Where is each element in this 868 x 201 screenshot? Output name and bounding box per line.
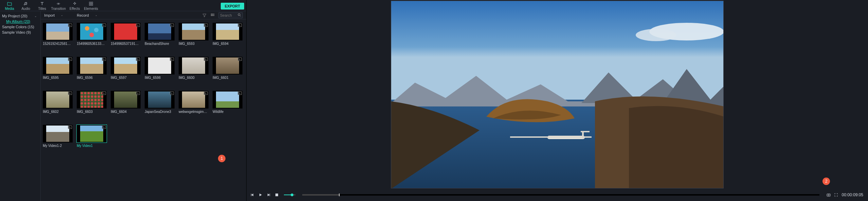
- media-thumbnail[interactable]: +: [43, 91, 73, 108]
- media-item[interactable]: +IMG_6595: [41, 57, 75, 86]
- media-thumbnail[interactable]: +: [213, 91, 242, 108]
- media-thumbnail[interactable]: +: [179, 23, 209, 40]
- prev-frame-button[interactable]: [250, 192, 255, 197]
- media-caption: IMG_6597: [109, 76, 127, 80]
- tab-audio[interactable]: Audio: [18, 1, 34, 11]
- media-thumbnail[interactable]: +: [43, 23, 73, 40]
- media-thumbnail[interactable]: +: [179, 57, 209, 74]
- tab-titles[interactable]: Titles: [34, 1, 50, 11]
- tab-label: Audio: [21, 7, 30, 11]
- volume-slider[interactable]: [284, 195, 295, 195]
- tab-effects[interactable]: Effects: [67, 1, 83, 11]
- seek-bar[interactable]: [302, 194, 819, 196]
- add-to-timeline-button[interactable]: +: [68, 125, 72, 129]
- add-to-timeline-button[interactable]: +: [238, 57, 242, 61]
- export-button[interactable]: EXPORT: [221, 3, 244, 10]
- media-thumbnail[interactable]: +: [43, 125, 73, 143]
- media-item[interactable]: +webwxgetmsgimg (1): [177, 91, 211, 120]
- add-to-timeline-button[interactable]: +: [238, 23, 242, 27]
- filter-icon[interactable]: [202, 13, 207, 18]
- add-to-timeline-button[interactable]: +: [238, 91, 242, 95]
- sidebar-root-project[interactable]: My Project (20) ⌄: [1, 13, 39, 19]
- svg-rect-0: [89, 2, 91, 3]
- fullscreen-button[interactable]: [834, 192, 838, 197]
- add-to-timeline-button[interactable]: +: [136, 57, 140, 61]
- media-item[interactable]: +IMG_6604: [109, 91, 143, 120]
- media-thumbnail[interactable]: +: [77, 125, 107, 143]
- tree-label: Sample Colors (15): [2, 25, 34, 29]
- snapshot-button[interactable]: [826, 192, 831, 197]
- media-caption: IMG_6601: [211, 76, 229, 80]
- media-item[interactable]: +IMG_6594: [211, 23, 245, 52]
- svg-rect-18: [581, 131, 590, 132]
- svg-rect-21: [275, 194, 278, 196]
- media-item[interactable]: +IMG_6603: [75, 91, 109, 120]
- media-item[interactable]: +My Video1-2: [41, 125, 75, 154]
- record-dropdown[interactable]: Record⌄: [77, 13, 97, 17]
- media-thumbnail[interactable]: +: [77, 91, 107, 108]
- play-button[interactable]: [258, 192, 263, 197]
- media-thumbnail[interactable]: +: [111, 23, 141, 40]
- tab-media[interactable]: Media: [1, 1, 18, 11]
- media-item[interactable]: +IMG_6598: [143, 57, 177, 86]
- media-thumbnail[interactable]: +: [213, 23, 242, 40]
- svg-rect-20: [270, 194, 270, 196]
- chevron-down-icon: ⌄: [34, 14, 37, 18]
- media-thumbnail[interactable]: +: [111, 57, 141, 74]
- add-to-timeline-button[interactable]: +: [102, 125, 106, 129]
- media-item[interactable]: +IMG_6596: [75, 57, 109, 86]
- media-item[interactable]: +BeachandShore: [143, 23, 177, 52]
- import-dropdown[interactable]: Import⌄: [44, 13, 63, 17]
- add-to-timeline-button[interactable]: +: [102, 57, 106, 61]
- media-thumbnail[interactable]: +: [145, 57, 175, 74]
- sidebar-item-samplevideo[interactable]: Sample Video (9): [1, 30, 39, 35]
- svg-rect-5: [212, 14, 213, 15]
- add-to-timeline-button[interactable]: +: [204, 57, 208, 61]
- media-item[interactable]: +IMG_6597: [109, 57, 143, 86]
- add-to-timeline-button[interactable]: +: [102, 23, 106, 27]
- grid-view-icon[interactable]: [210, 13, 215, 18]
- sidebar-item-samplecolors[interactable]: Sample Colors (15): [1, 24, 39, 30]
- tutorial-step-2: 2: [822, 178, 830, 185]
- media-item[interactable]: +IMG_6602: [41, 91, 75, 120]
- media-item[interactable]: +1549960537191909_th...: [109, 23, 143, 52]
- media-item[interactable]: +IMG_6601: [211, 57, 245, 86]
- media-item[interactable]: +IMG_6600: [177, 57, 211, 86]
- media-item[interactable]: +IMG_6593: [177, 23, 211, 52]
- next-frame-button[interactable]: [266, 192, 271, 197]
- add-to-timeline-button[interactable]: +: [136, 23, 140, 27]
- add-to-timeline-button[interactable]: +: [136, 91, 140, 95]
- media-item[interactable]: +1526192412581494_large: [41, 23, 75, 52]
- preview-frame[interactable]: [391, 1, 724, 188]
- stop-button[interactable]: [274, 192, 279, 197]
- media-thumbnail[interactable]: +: [213, 57, 242, 74]
- media-thumbnail[interactable]: +: [179, 91, 209, 108]
- add-to-timeline-button[interactable]: +: [204, 91, 208, 95]
- tab-elements[interactable]: Elements: [83, 1, 99, 11]
- add-to-timeline-button[interactable]: +: [68, 91, 72, 95]
- media-thumbnail[interactable]: +: [77, 23, 107, 40]
- folder-icon: [7, 1, 12, 6]
- add-to-timeline-button[interactable]: +: [68, 23, 72, 27]
- media-item[interactable]: +1549960536133762_th...: [75, 23, 109, 52]
- search-input[interactable]: [220, 13, 236, 17]
- media-thumbnail[interactable]: +: [111, 91, 141, 108]
- media-thumbnail[interactable]: +: [77, 57, 107, 74]
- media-item[interactable]: +JapanSeaDrone3: [143, 91, 177, 120]
- media-caption: 1549960537191909_th...: [109, 42, 139, 46]
- add-to-timeline-button[interactable]: +: [170, 91, 174, 95]
- add-to-timeline-button[interactable]: +: [68, 57, 72, 61]
- media-thumbnail[interactable]: +: [145, 23, 175, 40]
- tab-transition[interactable]: Transition: [50, 1, 67, 11]
- search-icon[interactable]: [238, 13, 241, 18]
- add-to-timeline-button[interactable]: +: [170, 23, 174, 27]
- tab-label: Media: [5, 7, 14, 11]
- media-item[interactable]: +Wildlife: [211, 91, 245, 120]
- sidebar-item-myalbum[interactable]: My Album (20): [1, 19, 39, 24]
- media-thumbnail[interactable]: +: [43, 57, 73, 74]
- add-to-timeline-button[interactable]: +: [102, 91, 106, 95]
- media-thumbnail[interactable]: +: [145, 91, 175, 108]
- add-to-timeline-button[interactable]: +: [204, 23, 208, 27]
- add-to-timeline-button[interactable]: +: [170, 57, 174, 61]
- media-item[interactable]: +My Video1: [75, 125, 109, 154]
